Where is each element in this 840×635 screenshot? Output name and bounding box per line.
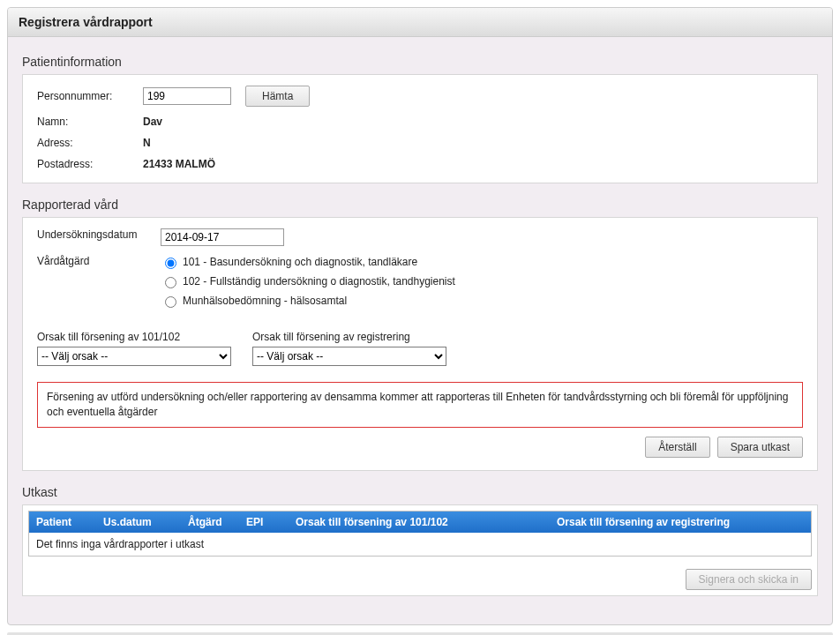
label-namn: Namn: (37, 116, 143, 128)
value-postadress: 21433 MALMÖ (143, 158, 803, 170)
value-adress: N (143, 137, 803, 149)
label-personnummer: Personnummer: (37, 90, 143, 102)
signera-button[interactable]: Signera och skicka in (686, 569, 812, 590)
select-orsak-reg[interactable]: -- Välj orsak -- (252, 347, 446, 366)
th-orsak2: Orsak till försening av registrering (557, 516, 790, 528)
label-adress: Adress: (37, 137, 143, 149)
warning-box: Försening av utförd undersökning och/ell… (37, 382, 803, 428)
spara-utkast-button[interactable]: Spara utkast (717, 437, 803, 458)
radio-mun[interactable] (165, 296, 176, 308)
radio-item-mun[interactable]: Munhälsobedömning - hälsosamtal (161, 294, 455, 308)
value-namn: Dav (143, 116, 803, 128)
radio-102[interactable] (165, 277, 176, 288)
patient-box: Personnummer: Hämta Namn: Dav Adress: N … (22, 74, 818, 183)
label-atgard: Vårdåtgärd (37, 255, 161, 267)
label-postadress: Postadress: (37, 158, 143, 170)
section-title-patient: Patientinformation (22, 55, 818, 69)
utkast-header-row: Patient Us.datum Åtgärd EPI Orsak till f… (29, 512, 811, 533)
th-orsak1: Orsak till försening av 101/102 (296, 516, 543, 528)
radio-label-mun: Munhälsobedömning - hälsosamtal (183, 295, 347, 307)
th-patient: Patient (36, 516, 89, 528)
th-epi: EPI (246, 516, 281, 528)
atgard-radio-group: 101 - Basundersökning och diagnostik, ta… (161, 255, 455, 308)
footer-bar (7, 632, 833, 635)
radio-label-101: 101 - Basundersökning och diagnostik, ta… (183, 256, 417, 268)
utkast-empty-row: Det finns inga vårdrapporter i utkast (29, 533, 811, 556)
section-title-utkast: Utkast (22, 485, 818, 499)
select-orsak-101102[interactable]: -- Välj orsak -- (37, 347, 231, 366)
page-title: Registrera vårdrapport (8, 8, 832, 37)
label-orsak-101102: Orsak till försening av 101/102 (37, 331, 231, 343)
aterstall-button[interactable]: Återställ (645, 437, 709, 458)
utkast-table: Patient Us.datum Åtgärd EPI Orsak till f… (28, 511, 812, 557)
radio-101[interactable] (165, 258, 176, 269)
hamta-button[interactable]: Hämta (245, 86, 310, 107)
section-title-rapport: Rapporterad vård (22, 198, 818, 212)
radio-item-102[interactable]: 102 - Fullständig undersökning o diagnos… (161, 274, 455, 288)
th-usdatum: Us.datum (103, 516, 174, 528)
th-atgard: Åtgärd (188, 516, 232, 528)
label-orsak-reg: Orsak till försening av registrering (252, 331, 446, 343)
datum-input[interactable] (161, 228, 284, 246)
radio-label-102: 102 - Fullständig undersökning o diagnos… (183, 275, 455, 288)
radio-item-101[interactable]: 101 - Basundersökning och diagnostik, ta… (161, 255, 455, 269)
label-datum: Undersökningsdatum (37, 228, 161, 241)
utkast-box: Patient Us.datum Åtgärd EPI Orsak till f… (22, 504, 818, 596)
rapport-box: Undersökningsdatum Vårdåtgärd 101 - Basu… (22, 217, 818, 471)
personnummer-input[interactable] (143, 87, 231, 105)
